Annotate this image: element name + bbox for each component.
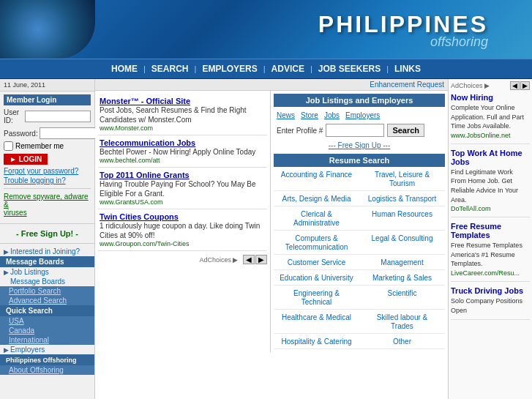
resume-cell-left-0: Accounting & Finance (274, 167, 359, 191)
nav-job-seekers[interactable]: JOB SEEKERS (312, 64, 386, 74)
resume-cell-right-7: Skilled labour & Trades (359, 310, 445, 334)
ad-2-title[interactable]: Telecommunication Jobs (100, 138, 266, 147)
right-ad-2-text: Find Legitimate Work From Home Job. Get … (451, 168, 530, 204)
resume-link-marketing[interactable]: Marketing & Sales (372, 274, 432, 282)
resume-cell-left-7: Healthcare & Medical (274, 310, 359, 334)
sidebar-ph-offshoring: Philippines Offshoring (0, 354, 94, 365)
nav-employers[interactable]: EMPLOYERS (196, 64, 263, 74)
resume-link-customer[interactable]: Customer Service (288, 258, 345, 266)
ad-4-title[interactable]: Twin Cities Coupons (100, 212, 266, 221)
right-nav-prev[interactable]: ◀ (510, 81, 520, 90)
right-ad-1-title[interactable]: Now Hiring (451, 93, 530, 102)
sidebar-portfolio-search[interactable]: Portfolio Search (0, 286, 94, 296)
member-login-section: Member Login User ID: Password: Remember… (0, 92, 94, 220)
ad-2: Telecommunication Jobs Bechtel Power - N… (98, 135, 267, 168)
resume-cell-right-3: Legal & Consulting (359, 231, 445, 255)
right-ad-3-title[interactable]: Free Resume Templates (451, 222, 530, 239)
resume-link-computers[interactable]: Computers & Telecommunication (285, 234, 348, 251)
ad-1-title[interactable]: Monster™ - Official Site (100, 97, 266, 105)
password-label: Password: (4, 129, 38, 138)
resume-link-travel[interactable]: Travel, Leisure & Tourism (375, 171, 430, 187)
sidebar-item-employers[interactable]: ▶Employers (0, 345, 94, 354)
divider (4, 188, 91, 189)
resume-cell-left-6: Engineering & Technical (274, 286, 359, 310)
remember-me-checkbox[interactable] (4, 141, 13, 151)
right-ad-1: Now Hiring Complete Your Online Applicat… (451, 93, 530, 144)
right-ad-2-url: DoTellAll.com (451, 205, 530, 212)
right-ad-1-text: Complete Your Online Application. Full a… (451, 103, 530, 131)
resume-link-hr[interactable]: Human Resources (372, 210, 432, 218)
right-ad-4-text: Solo Company Positions Open (451, 297, 530, 315)
adchoices-top: AdChoices ▶ ◀ ▶ (451, 81, 530, 90)
resume-link-other[interactable]: Other (393, 338, 411, 346)
resume-cell-right-6: Scientific (359, 286, 445, 310)
forgot-password-link[interactable]: Forgot your password? (4, 166, 91, 176)
ad-nav-next[interactable]: ▶ (255, 255, 267, 264)
sidebar-international[interactable]: International (0, 335, 94, 345)
tab-store[interactable]: Store (301, 111, 318, 119)
trouble-login-link[interactable]: Trouble logging in? (4, 176, 91, 185)
sidebar-item-job-listings[interactable]: ▶Job Listings (0, 267, 94, 277)
profile-row: Enter Profile # Search (274, 121, 445, 140)
nav-links[interactable]: LINKS (389, 64, 427, 74)
sidebar-quick-search: Quick Search (0, 305, 94, 316)
ad-1-url: www.Monster.com (100, 124, 266, 132)
ad-1: Monster™ - Official Site Post Jobs, Sear… (98, 94, 267, 135)
ad-3-url: www.GrantsUSA.com (100, 198, 266, 206)
divider2 (0, 223, 94, 224)
tab-employers[interactable]: Employers (345, 111, 380, 119)
resume-link-engineering[interactable]: Engineering & Technical (293, 289, 340, 306)
resume-link-hospitality[interactable]: Hospitality & Catering (281, 338, 351, 346)
sidebar-item-join[interactable]: ▶Interested in Joining? (0, 247, 94, 256)
enhancement-bar: Enhancement Request (95, 79, 448, 91)
nav-advice[interactable]: ADVICE (266, 64, 310, 74)
right-ad-4-title[interactable]: Truck Driving Jobs (451, 286, 530, 295)
sidebar-usa[interactable]: USA (0, 316, 94, 326)
sidebar-message-boards: Message Boards (0, 256, 94, 267)
header-globe (0, 0, 95, 59)
search-button[interactable]: Search (387, 124, 424, 137)
right-ad-2-title[interactable]: Top Work At Home Jobs (451, 149, 530, 166)
sidebar-about-offshoring[interactable]: About Offshoring (0, 365, 94, 375)
ad-nav-prev[interactable]: ◀ (243, 255, 255, 264)
resume-link-scientific[interactable]: Scientific (387, 289, 416, 297)
job-tabs: News Store Jobs Employers (274, 110, 445, 121)
remember-me-label: Remember me (15, 142, 64, 150)
resume-cell-left-1: Arts, Design & Media (274, 191, 359, 206)
adchoices-label: AdChoices ▶ (451, 82, 490, 89)
resume-link-clerical[interactable]: Clerical & Administrative (293, 210, 340, 227)
ad-3-title[interactable]: Top 2011 Online Grants (100, 171, 266, 179)
resume-cell-left-2: Clerical & Administrative (274, 206, 359, 231)
enhancement-link[interactable]: Enhancement Request (370, 81, 444, 89)
resume-link-skilled[interactable]: Skilled labour & Trades (377, 313, 427, 330)
user-id-label: User ID: (4, 108, 23, 125)
resume-link-education[interactable]: Education & University (280, 274, 353, 282)
resume-link-legal[interactable]: Legal & Consulting (372, 234, 433, 242)
resume-link-healthcare[interactable]: Healthcare & Medical (282, 313, 351, 321)
right-nav-next[interactable]: ▶ (520, 81, 530, 90)
ad-3: Top 2011 Online Grants Having Trouble Pa… (98, 168, 267, 209)
nav-home[interactable]: HOME (105, 64, 143, 74)
user-id-input[interactable] (25, 111, 91, 122)
tab-news[interactable]: News (277, 111, 295, 119)
resume-link-logistics[interactable]: Logistics & Transport (368, 195, 436, 203)
nav-search[interactable]: SEARCH (146, 64, 195, 74)
tab-jobs[interactable]: Jobs (324, 111, 340, 119)
resume-link-arts[interactable]: Arts, Design & Media (282, 195, 351, 203)
sidebar-canada[interactable]: Canada (0, 326, 94, 335)
header: PHILIPPINES offshoring (0, 0, 532, 59)
sidebar-item-message-boards[interactable]: ▶Message Boards (0, 277, 94, 286)
ad-2-text: Bechtel Power - Now Hiring! Apply Online… (100, 147, 266, 157)
resume-search: Resume Search Accounting & Finance Trave… (274, 154, 445, 349)
navbar: HOME | SEARCH | EMPLOYERS | ADVICE | JOB… (0, 59, 532, 79)
remove-spyware-link[interactable]: Remove spyware, adware &viruses (4, 192, 91, 217)
resume-cell-right-1: Logistics & Transport (359, 191, 445, 206)
login-button[interactable]: ► LOGIN (4, 154, 48, 165)
resume-link-accounting[interactable]: Accounting & Finance (281, 171, 352, 179)
resume-link-management[interactable]: Management (381, 258, 423, 266)
sidebar-advanced-search[interactable]: Advanced Search (0, 296, 94, 305)
nav-arrows: ◀ ▶ (510, 81, 530, 90)
free-signup-link[interactable]: --- Free Sign Up --- (274, 140, 445, 151)
resume-cell-left-3: Computers & Telecommunication (274, 231, 359, 255)
profile-input[interactable] (326, 124, 384, 137)
